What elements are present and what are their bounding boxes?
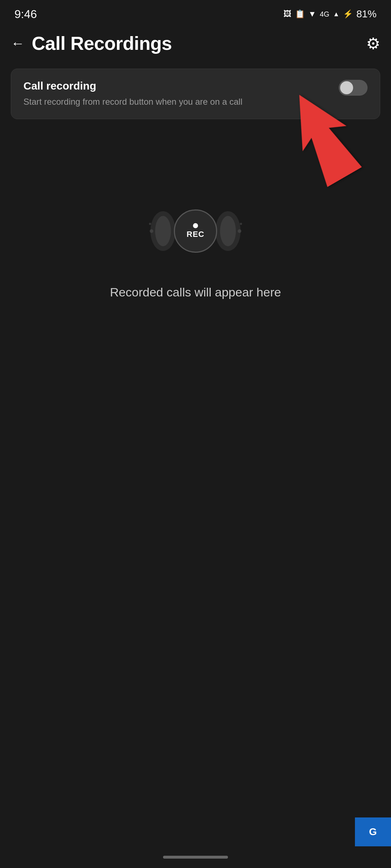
toggle-knob [340,81,353,94]
status-icons: 🖼 📋 ▼ 4G ▲ ⚡ 81% [284,8,377,20]
call-recording-title: Call recording [23,80,339,92]
svg-point-3 [150,229,153,233]
watermark: G [355,817,391,846]
rec-label: REC [186,230,204,239]
signal-icon: 4G [320,10,329,18]
status-time: 9:46 [14,8,37,21]
rec-circle: REC [174,209,217,253]
card-row: Call recording Start recording from reco… [23,80,368,108]
battery-icon: ⚡ [343,9,353,19]
home-indicator[interactable] [163,856,228,859]
nav-bar [0,846,391,868]
call-recording-card: Call recording Start recording from reco… [11,69,380,119]
right-waveform [214,209,242,253]
battery-level: 81% [356,8,377,20]
app-bar-left: ← Call Recordings [11,32,172,54]
left-waveform [149,209,177,253]
empty-state: REC Recorded calls will appear here [0,191,391,299]
svg-point-4 [149,223,151,225]
toggle-container[interactable] [339,80,368,96]
wifi-icon: ▼ [308,9,316,19]
back-button[interactable]: ← [11,36,25,50]
clipboard-icon: 📋 [295,9,305,19]
svg-point-2 [155,216,171,246]
rec-dot [193,223,198,228]
page-title: Call Recordings [32,32,172,54]
call-recording-toggle[interactable] [339,80,368,96]
photo-icon: 🖼 [284,9,291,19]
app-bar: ← Call Recordings ⚙ [0,25,391,61]
svg-point-8 [240,223,242,225]
status-bar: 9:46 🖼 📋 ▼ 4G ▲ ⚡ 81% [0,0,391,25]
svg-point-7 [238,229,241,233]
network-icon: ▲ [333,10,339,18]
card-text: Call recording Start recording from reco… [23,80,339,108]
call-recording-subtitle: Start recording from record button when … [23,96,339,108]
rec-icon-container: REC [145,191,246,271]
settings-icon[interactable]: ⚙ [366,34,380,53]
empty-state-label: Recorded calls will appear here [110,285,281,299]
svg-point-6 [220,216,236,246]
